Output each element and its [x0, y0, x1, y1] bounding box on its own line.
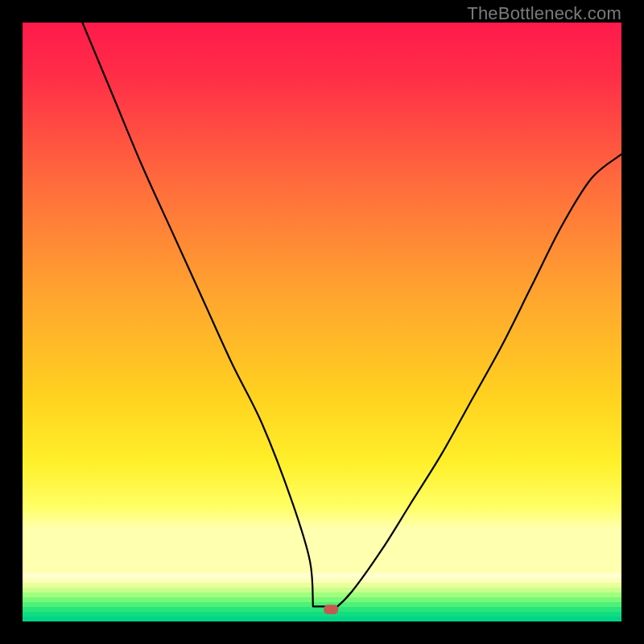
svg-rect-3 — [23, 588, 621, 593]
optimal-point-marker — [324, 605, 338, 614]
gradient-background — [23, 23, 621, 573]
svg-rect-4 — [23, 592, 621, 598]
bottom-gradient-bands — [23, 573, 621, 621]
svg-rect-8 — [23, 612, 621, 617]
chart-frame: TheBottleneck.com — [0, 0, 644, 644]
svg-rect-9 — [23, 617, 621, 621]
chart-svg — [23, 23, 621, 621]
svg-rect-7 — [23, 607, 621, 613]
svg-rect-2 — [23, 583, 621, 588]
svg-rect-1 — [23, 578, 621, 584]
plot-area — [23, 23, 621, 621]
svg-rect-0 — [23, 573, 621, 579]
watermark-text: TheBottleneck.com — [467, 3, 621, 24]
svg-rect-5 — [23, 597, 621, 603]
